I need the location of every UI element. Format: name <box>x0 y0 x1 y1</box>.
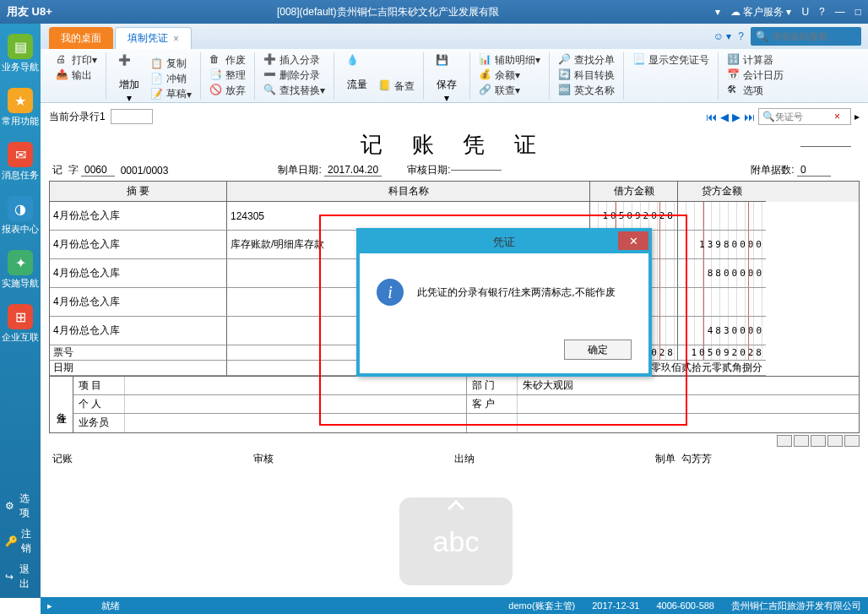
voucher-search[interactable]: 🔍× <box>758 108 851 125</box>
ime-overlay: abc <box>397 495 515 588</box>
minimize-icon[interactable]: — <box>835 6 845 18</box>
prev-icon[interactable]: ◀ <box>720 111 729 123</box>
sidebar-item-enterprise[interactable]: ⊞企业互联 <box>1 304 40 343</box>
status-ready: 就绪 <box>101 600 120 612</box>
close-icon[interactable]: × <box>173 33 179 45</box>
info-icon: i <box>377 279 404 306</box>
voucher-seq: 0001/0003 <box>121 165 169 177</box>
dialog-close-button[interactable]: ✕ <box>618 231 648 250</box>
status-user: demo(账套主管) <box>508 600 575 612</box>
sign-cashier: 出纳 <box>454 452 655 466</box>
balance-button[interactable]: 💰余额 ▾ <box>475 68 544 83</box>
toolbar: 🖨打印 ▾ 📤输出 ➕增加▾ 📋复制 📄冲销 📝草稿 ▾ 🗑作废 📑整理 🚫放弃… <box>41 49 868 103</box>
maximize-icon[interactable]: □ <box>855 6 861 18</box>
tab-voucher[interactable]: 填制凭证× <box>115 27 192 49</box>
status-company: 贵州铜仁吉阳旅游开发有限公司 <box>731 600 861 612</box>
save-button[interactable]: 💾保存▾ <box>429 52 464 106</box>
u-menu[interactable]: U <box>801 6 809 18</box>
ticket-label: 票号 <box>50 345 227 361</box>
sidebar-options[interactable]: ⚙选项 <box>0 488 41 524</box>
relate-button[interactable]: 🔗联查 ▾ <box>475 83 544 98</box>
voucher-stub <box>800 133 851 147</box>
abandon-button[interactable]: 🚫放弃 <box>206 83 249 98</box>
ticket-date-label: 日期 <box>50 361 227 376</box>
dialog-title: 凭证 <box>493 235 515 250</box>
titlebar: 用友 U8+ [008](default)贵州铜仁吉阳朱砂文化产业发展有限 ▾ … <box>0 0 868 24</box>
remark-row: 个 人客 户 <box>73 395 859 414</box>
sign-maker: 制单 勾芳芳 <box>655 452 856 466</box>
table-row[interactable]: 4月份总仓入库124305105092028 <box>50 202 859 231</box>
dialog-message: 此凭证的分录有银行/往来两清标志,不能作废 <box>417 285 616 300</box>
show-empty-button[interactable]: 📃显示空凭证号 <box>629 52 713 68</box>
remark-row: 项 目部 门朱砂大观园 <box>73 377 859 395</box>
sidebar-item-impl[interactable]: ✦实施导航 <box>1 250 40 289</box>
col-credit: 贷方金额 <box>678 182 766 202</box>
delete-entry-button[interactable]: ➖删除分录 <box>260 68 328 83</box>
calendar-button[interactable]: 📅会计日历 <box>724 68 787 83</box>
current-line-box[interactable] <box>111 109 153 124</box>
statusbar: ▸ 就绪 demo(账套主管) 2017-12-31 4006-600-588 … <box>41 597 868 614</box>
col-summary: 摘 要 <box>50 182 227 202</box>
sidebar-item-message[interactable]: ✉消息任务 <box>1 142 40 181</box>
export-button[interactable]: 📤输出 <box>52 68 100 83</box>
english-name-button[interactable]: 🔤英文名称 <box>555 83 618 98</box>
search-icon: 🔍 <box>756 30 768 42</box>
copy-button[interactable]: 📋复制 <box>147 57 195 72</box>
help-icon[interactable]: ? <box>819 6 825 18</box>
status-phone: 4006-600-588 <box>656 600 714 611</box>
window-title: [008](default)贵州铜仁吉阳朱砂文化产业发展有限 <box>61 5 715 19</box>
sidebar-item-common[interactable]: ★常用功能 <box>1 88 40 127</box>
status-icons <box>49 433 860 448</box>
sign-row: 记账 审核 出纳 制单 勾芳芳 <box>49 452 860 466</box>
subject-convert-button[interactable]: 🔄科目转换 <box>555 68 618 83</box>
sidebar-exit[interactable]: ↪退出 <box>0 559 41 595</box>
backup-button[interactable]: 📒备查 <box>375 79 418 94</box>
options-button[interactable]: 🛠选项 <box>724 83 787 98</box>
flow-button[interactable]: 💧流量 <box>339 52 375 94</box>
first-icon[interactable]: ⏮ <box>706 111 717 123</box>
add-button[interactable]: ➕增加▾ <box>111 52 147 106</box>
smiley-icon[interactable]: ☺ ▾ <box>713 30 732 42</box>
calculator-button[interactable]: 🔢计算器 <box>724 52 787 68</box>
barcode-search[interactable]: 🔍 <box>751 27 861 46</box>
find-doc-button[interactable]: 🔎查找分单 <box>555 52 618 68</box>
insert-entry-button[interactable]: ➕插入分录 <box>260 52 328 68</box>
tab-desktop[interactable]: 我的桌面 <box>49 27 113 49</box>
audit-date <box>451 170 502 171</box>
voucher-no[interactable]: 0060 <box>81 164 115 177</box>
col-subject: 科目名称 <box>227 182 590 202</box>
col-debit: 借方金额 <box>590 182 678 202</box>
info-dialog: 凭证✕ i 此凭证的分录有银行/往来两清标志,不能作废 确定 <box>356 228 652 377</box>
void-button[interactable]: 🗑作废 <box>206 52 249 68</box>
remark-row: 业务员 <box>73 414 859 432</box>
sign-audit: 审核 <box>253 452 454 466</box>
organize-button[interactable]: 📑整理 <box>206 68 249 83</box>
reverse-button[interactable]: 📄冲销 <box>147 72 195 87</box>
find-replace-button[interactable]: 🔍查找替换 ▾ <box>260 83 328 98</box>
print-button[interactable]: 🖨打印 ▾ <box>52 52 100 68</box>
dropdown-icon[interactable]: ▾ <box>715 6 720 18</box>
more-icon[interactable]: ▸ <box>854 111 860 122</box>
barcode-input[interactable] <box>772 31 856 41</box>
tabbar: 我的桌面 填制凭证× ☺ ▾ ? 🔍 <box>41 24 868 49</box>
draft-button[interactable]: 📝草稿 ▾ <box>147 87 195 102</box>
last-icon[interactable]: ⏭ <box>744 111 755 123</box>
help-icon[interactable]: ? <box>738 30 744 42</box>
remark-section: 备注 项 目部 门朱砂大观园个 人客 户业务员 <box>49 377 860 433</box>
make-date[interactable]: 2017.04.20 <box>324 164 382 177</box>
voucher-title: 记 账 凭 证 <box>49 130 860 160</box>
app-logo: 用友 U8+ <box>7 4 52 19</box>
status-date: 2017-12-31 <box>592 600 639 611</box>
dialog-ok-button[interactable]: 确定 <box>564 340 632 360</box>
statusbar-arrow-icon: ▸ <box>47 600 59 611</box>
current-line-label: 当前分录行1 <box>49 110 106 124</box>
next-icon[interactable]: ▶ <box>732 111 741 123</box>
service-link[interactable]: ☁ 客户服务 ▾ <box>730 5 792 19</box>
aux-detail-button[interactable]: 📊辅助明细 ▾ <box>475 52 544 68</box>
sidebar: ▤业务导航 ★常用功能 ✉消息任务 ◑报表中心 ✦实施导航 ⊞企业互联 ⚙选项 … <box>0 24 41 598</box>
sidebar-item-biznav[interactable]: ▤业务导航 <box>1 34 40 73</box>
attach-count[interactable]: 0 <box>797 164 831 177</box>
sidebar-item-report[interactable]: ◑报表中心 <box>1 196 40 235</box>
remark-label: 备注 <box>50 377 73 432</box>
sidebar-logout[interactable]: 🔑注销 <box>0 524 41 559</box>
